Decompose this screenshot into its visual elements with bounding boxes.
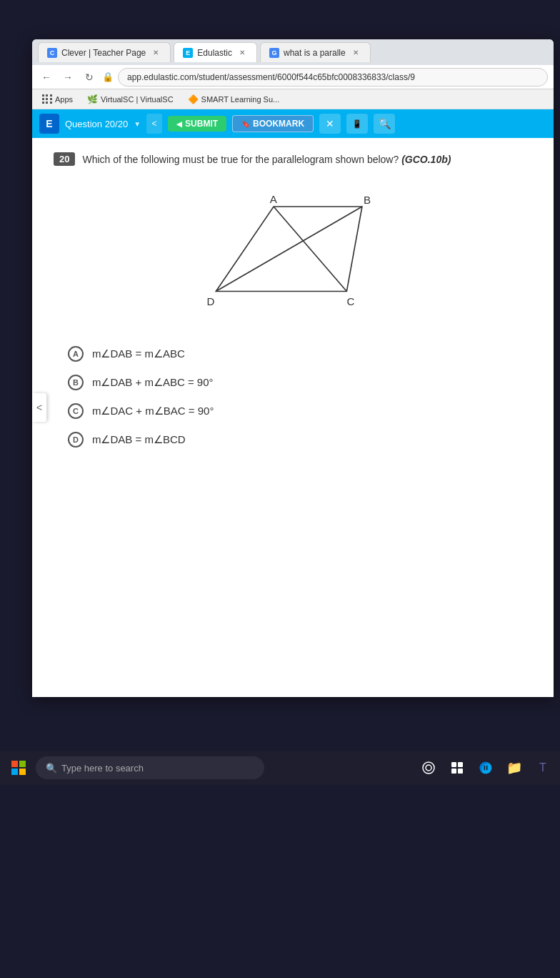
svg-rect-7 [11,761,18,767]
choice-a[interactable]: A m∠DAB = m∠ABC [68,346,532,362]
bookmark-smart-label: SMART Learning Su... [201,95,280,104]
bookmark-smart[interactable]: 🔶 SMART Learning Su... [184,93,284,106]
taskbar-edge[interactable] [474,756,497,779]
svg-line-1 [274,207,346,291]
bookmark-apps[interactable]: Apps [38,93,77,106]
submit-button[interactable]: ◀ SUBMIT [168,116,226,132]
forward-button[interactable]: → [59,69,76,86]
sidebar-arrow[interactable]: < [32,393,46,422]
taskbar-teams[interactable]: T [531,756,554,779]
choice-d[interactable]: D m∠DAB = m∠BCD [68,432,532,448]
address-input[interactable] [118,68,548,87]
svg-rect-13 [451,762,456,767]
svg-rect-10 [19,769,26,775]
diagram-container: A B C D [54,185,532,328]
address-bar: ← → ↻ 🔒 [32,65,554,89]
svg-text:A: A [270,193,278,205]
taskbar-search-text: Type here to search [61,763,144,774]
taskbar-icons: 📁 T [417,756,554,779]
tab-clever-label: Clever | Teacher Page [61,48,146,58]
choice-a-text: m∠DAB = m∠ABC [92,347,185,360]
zoom-button[interactable]: 🔍 [374,114,395,134]
question-standard: (GCO.10b) [401,154,451,165]
question-text: Which of the following must be true for … [82,152,451,167]
taskbar-files[interactable]: 📁 [503,756,526,779]
choice-c-circle: C [68,403,84,419]
svg-rect-16 [458,769,463,774]
svg-point-12 [426,765,431,771]
edulastic-logo: E [39,114,59,134]
svg-rect-8 [19,761,26,767]
calculator-button[interactable]: 📱 [346,114,368,134]
prev-question-button[interactable]: < [146,114,162,134]
choice-b[interactable]: B m∠DAB + m∠ABC = 90° [68,375,532,390]
close-question-button[interactable]: ✕ [319,114,341,134]
question-counter: Question 20/20 [65,119,128,129]
svg-rect-15 [451,769,456,774]
question-dropdown[interactable]: ▼ [134,120,141,128]
question-header: 20 Which of the following must be true f… [54,152,532,167]
tab-bar: C Clever | Teacher Page ✕ E Edulastic ✕ … [32,39,554,65]
tab-edulastic-label: Edulastic [197,48,232,58]
answer-choices: A m∠DAB = m∠ABC B m∠DAB + m∠ABC = 90° C … [54,346,532,448]
page-content: 20 Which of the following must be true f… [32,138,554,697]
reload-button[interactable]: ↻ [81,69,98,86]
svg-line-2 [216,207,362,291]
taskbar-task-view[interactable] [417,756,440,779]
choice-a-circle: A [68,346,84,362]
choice-c[interactable]: C m∠DAC + m∠BAC = 90° [68,403,532,419]
choice-d-circle: D [68,432,84,448]
taskbar-search[interactable]: 🔍 Type here to search [36,756,264,779]
choice-b-text: m∠DAB + m∠ABC = 90° [92,376,214,389]
bookmark-virtualsc-label: VirtualSC | VirtualSC [101,95,174,104]
svg-rect-9 [11,769,18,775]
browser-window: C Clever | Teacher Page ✕ E Edulastic ✕ … [32,39,554,697]
bookmark-button[interactable]: 🔖 BOOKMARK [232,115,314,132]
parallelogram-diagram: A B C D [193,185,393,328]
tab-google-close[interactable]: ✕ [350,47,361,59]
question-number: 20 [54,152,75,166]
back-button[interactable]: ← [38,69,55,86]
svg-text:D: D [206,295,214,307]
taskbar: 🔍 Type here to search 📁 [0,751,560,785]
tab-google[interactable]: G what is a paralle ✕ [260,42,371,62]
bookmark-virtualsc[interactable]: 🌿 VirtualSC | VirtualSC [83,93,178,106]
choice-d-text: m∠DAB = m∠BCD [92,433,186,446]
tab-google-label: what is a paralle [284,48,346,58]
start-button[interactable] [6,755,31,781]
bookmark-apps-label: Apps [55,95,73,104]
edulastic-header: E Question 20/20 ▼ < ◀ SUBMIT 🔖 BOOKMARK… [32,109,554,138]
svg-point-11 [423,762,434,774]
svg-text:C: C [346,295,354,307]
choice-c-text: m∠DAC + m∠BAC = 90° [92,405,214,418]
svg-text:B: B [364,194,371,206]
tab-edulastic-close[interactable]: ✕ [236,47,248,59]
tab-clever-close[interactable]: ✕ [150,47,161,59]
taskbar-widgets[interactable] [446,756,469,779]
tab-edulastic[interactable]: E Edulastic ✕ [174,42,257,62]
choice-b-circle: B [68,375,84,390]
tab-clever[interactable]: C Clever | Teacher Page ✕ [38,42,171,62]
bookmarks-bar: Apps 🌿 VirtualSC | VirtualSC 🔶 SMART Lea… [32,89,554,109]
svg-rect-14 [458,762,463,767]
submit-label: SUBMIT [185,119,218,129]
bookmark-label: BOOKMARK [253,119,304,129]
